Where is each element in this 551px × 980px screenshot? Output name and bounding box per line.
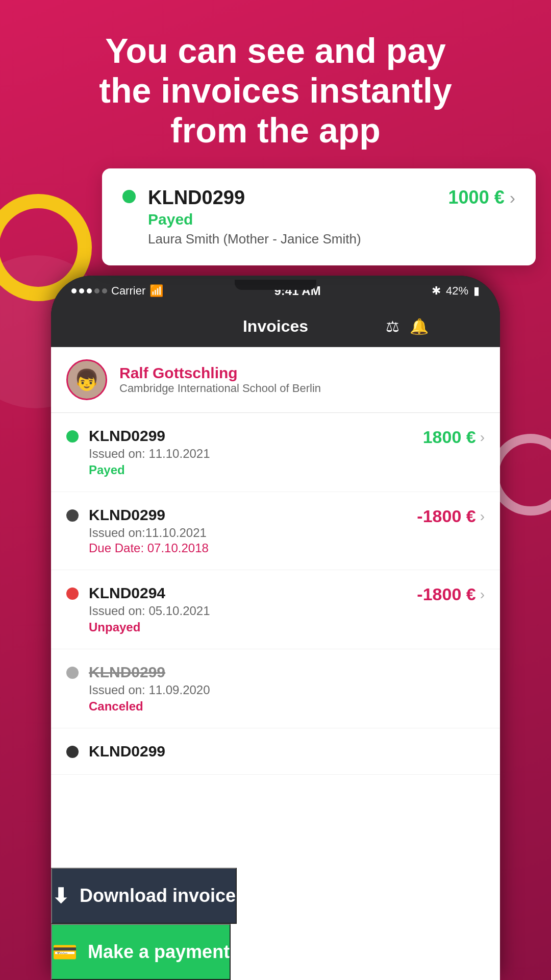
dot2 xyxy=(79,288,84,293)
inv-dot-4 xyxy=(66,667,79,679)
inv-dot-3 xyxy=(66,587,79,600)
bottom-buttons: ⬇ Download invoice 💳 Make a payment xyxy=(51,868,500,980)
inv-content-1: KLND0299 Issued on: 11.10.2021 Payed xyxy=(89,427,413,477)
bell-icon[interactable]: 🔔 xyxy=(410,317,429,335)
inv-amount-1: 1800 € xyxy=(423,427,476,447)
card-name: Laura Smith (Mother - Janice Smith) xyxy=(148,231,436,247)
nav-bar: Invoices ⚖ 🔔 xyxy=(51,306,500,347)
nav-title: Invoices xyxy=(243,317,308,336)
signal-dots xyxy=(71,288,107,293)
inv-chevron-3: › xyxy=(480,586,485,603)
inv-right-1: 1800 € › xyxy=(423,427,485,447)
phone-content: 👦 Ralf Gottschling Cambridge Internation… xyxy=(51,347,500,980)
download-invoice-button[interactable]: ⬇ Download invoice xyxy=(51,868,237,924)
card-right: 1000 € › xyxy=(448,187,515,208)
dot3 xyxy=(87,288,92,293)
payment-label: Make a payment xyxy=(88,941,230,963)
inv-status-3: Unpayed xyxy=(89,620,407,634)
wifi-icon: 📶 xyxy=(149,284,163,298)
nav-icons: ⚖ 🔔 xyxy=(386,317,429,335)
card-invoice-id: KLND0299 xyxy=(148,187,436,209)
payment-icon: 💳 xyxy=(52,940,78,964)
inv-chevron-1: › xyxy=(480,429,485,446)
battery-icon: ▮ xyxy=(473,284,480,298)
bluetooth-icon: ✱ xyxy=(432,284,441,298)
main-heading: You can see and pay the invoices instant… xyxy=(0,31,551,151)
invoice-item-3[interactable]: KLND0294 Issued on: 05.10.2021 Unpayed -… xyxy=(51,570,500,649)
inv-right-2: -1800 € › xyxy=(417,506,485,526)
heading-line1: You can see and pay xyxy=(105,31,446,70)
heading-line2: the invoices instantly xyxy=(99,71,452,110)
user-school: Cambridge International School of Berlin xyxy=(119,382,321,395)
download-label: Download invoice xyxy=(80,885,236,906)
inv-id-2: KLND0299 xyxy=(89,506,407,524)
status-left: Carrier 📶 xyxy=(71,284,163,298)
card-amount: 1000 € xyxy=(448,187,505,208)
inv-date-3: Issued on: 05.10.2021 xyxy=(89,604,407,618)
inv-id-4: KLND0299 xyxy=(89,664,474,681)
inv-amount-3: -1800 € xyxy=(417,584,475,604)
card-chevron: › xyxy=(510,188,515,208)
invoice-item-1[interactable]: KLND0299 Issued on: 11.10.2021 Payed 180… xyxy=(51,413,500,492)
inv-date-1: Issued on: 11.10.2021 xyxy=(89,447,413,461)
inv-due-2: Due Date: 07.10.2018 xyxy=(89,541,407,555)
download-icon: ⬇ xyxy=(52,884,69,908)
inv-content-2: KLND0299 Issued on:11.10.2021 Due Date: … xyxy=(89,506,407,555)
inv-status-4: Canceled xyxy=(89,699,474,714)
inv-content-4: KLND0299 Issued on: 11.09.2020 Canceled xyxy=(89,664,474,714)
user-name: Ralf Gottschling xyxy=(119,364,321,382)
heading-line3: from the app xyxy=(170,111,381,150)
carrier-label: Carrier xyxy=(111,284,145,298)
status-dot-green xyxy=(122,190,136,203)
dot4 xyxy=(94,288,99,293)
avatar: 👦 xyxy=(66,359,107,400)
make-payment-button[interactable]: 💳 Make a payment xyxy=(51,924,231,980)
invoice-item-2[interactable]: KLND0299 Issued on:11.10.2021 Due Date: … xyxy=(51,492,500,570)
inv-id-1: KLND0299 xyxy=(89,427,413,445)
scale-icon[interactable]: ⚖ xyxy=(386,317,399,335)
inv-id-3: KLND0294 xyxy=(89,584,407,602)
inv-status-1: Payed xyxy=(89,463,413,477)
inv-dot-5 xyxy=(66,746,79,758)
background: You can see and pay the invoices instant… xyxy=(0,0,551,980)
inv-right-3: -1800 € › xyxy=(417,584,485,604)
user-header: 👦 Ralf Gottschling Cambridge Internation… xyxy=(51,347,500,413)
battery-pct: 42% xyxy=(446,284,468,298)
phone-wrapper: Carrier 📶 9:41 AM ✱ 42% ▮ Invoices ⚖ 🔔 xyxy=(51,276,500,980)
card-content: KLND0299 Payed Laura Smith (Mother - Jan… xyxy=(148,187,436,247)
dot5 xyxy=(102,288,107,293)
status-right: ✱ 42% ▮ xyxy=(432,284,480,298)
inv-dot-1 xyxy=(66,430,79,443)
avatar-image: 👦 xyxy=(74,368,99,392)
inv-content-3: KLND0294 Issued on: 05.10.2021 Unpayed xyxy=(89,584,407,634)
inv-amount-2: -1800 € xyxy=(417,506,475,526)
dot1 xyxy=(71,288,77,293)
inv-dot-2 xyxy=(66,509,79,522)
inv-content-5: KLND0299 xyxy=(89,743,485,760)
phone-frame: Carrier 📶 9:41 AM ✱ 42% ▮ Invoices ⚖ 🔔 xyxy=(51,276,500,980)
inv-date-4: Issued on: 11.09.2020 xyxy=(89,683,474,697)
inv-chevron-2: › xyxy=(480,508,485,525)
invoice-item-5[interactable]: KLND0299 xyxy=(51,728,500,775)
inv-id-5: KLND0299 xyxy=(89,743,485,760)
inv-date-2: Issued on:11.10.2021 xyxy=(89,526,407,540)
floating-invoice-card: KLND0299 Payed Laura Smith (Mother - Jan… xyxy=(102,168,536,265)
invoice-item-4[interactable]: KLND0299 Issued on: 11.09.2020 Canceled xyxy=(51,649,500,728)
status-bar: Carrier 📶 9:41 AM ✱ 42% ▮ xyxy=(51,276,500,306)
card-status: Payed xyxy=(148,211,436,228)
user-info: Ralf Gottschling Cambridge International… xyxy=(119,364,321,395)
phone-notch xyxy=(235,280,316,290)
